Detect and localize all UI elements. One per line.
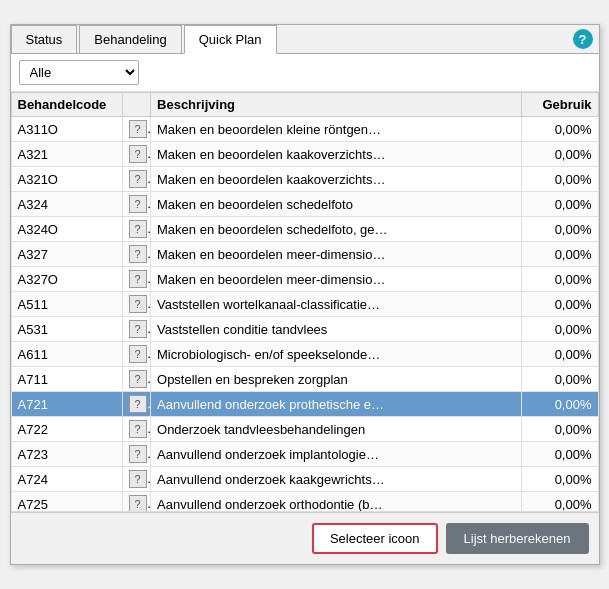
tab-status[interactable]: Status	[11, 25, 78, 53]
question-mark-icon[interactable]: ?	[129, 495, 147, 512]
table-row[interactable]: A721?Aanvullend onderzoek prothetische e…	[11, 392, 598, 417]
cell-description: Maken en beoordelen kaakoverzichts…	[151, 142, 522, 167]
tab-quickplan[interactable]: Quick Plan	[184, 25, 277, 54]
cell-description: Maken en beoordelen kaakoverzichts…	[151, 167, 522, 192]
cell-usage: 0,00%	[522, 417, 598, 442]
question-mark-icon[interactable]: ?	[129, 145, 147, 163]
cell-question-icon[interactable]: ?	[122, 392, 150, 417]
table-row[interactable]: A711?Opstellen en bespreken zorgplan0,00…	[11, 367, 598, 392]
question-mark-icon[interactable]: ?	[129, 345, 147, 363]
question-mark-icon[interactable]: ?	[129, 320, 147, 338]
question-mark-icon[interactable]: ?	[129, 395, 147, 413]
cell-usage: 0,00%	[522, 142, 598, 167]
col-header-desc: Beschrijving	[151, 93, 522, 117]
cell-description: Aanvullend onderzoek orthodontie (b…	[151, 492, 522, 513]
cell-question-icon[interactable]: ?	[122, 492, 150, 513]
cell-description: Maken en beoordelen meer-dimensio…	[151, 242, 522, 267]
cell-question-icon[interactable]: ?	[122, 342, 150, 367]
cell-usage: 0,00%	[522, 442, 598, 467]
cell-usage: 0,00%	[522, 292, 598, 317]
cell-question-icon[interactable]: ?	[122, 317, 150, 342]
question-mark-icon[interactable]: ?	[129, 470, 147, 488]
lijst-herberekenen-button[interactable]: Lijst herberekenen	[446, 523, 589, 554]
footer: Selecteer icoon Lijst herberekenen	[11, 512, 599, 564]
filter-select[interactable]: Alle	[19, 60, 139, 85]
tab-behandeling[interactable]: Behandeling	[79, 25, 181, 53]
cell-code: A324O	[11, 217, 122, 242]
cell-description: Maken en beoordelen schedelfoto, ge…	[151, 217, 522, 242]
cell-description: Onderzoek tandvleesbehandelingen	[151, 417, 522, 442]
table-header-row: Behandelcode Beschrijving Gebruik	[11, 93, 598, 117]
cell-question-icon[interactable]: ?	[122, 467, 150, 492]
tab-bar: Status Behandeling Quick Plan ?	[11, 25, 599, 54]
question-mark-icon[interactable]: ?	[129, 420, 147, 438]
selecteer-icoon-button[interactable]: Selecteer icoon	[312, 523, 438, 554]
cell-usage: 0,00%	[522, 267, 598, 292]
table-row[interactable]: A722?Onderzoek tandvleesbehandelingen0,0…	[11, 417, 598, 442]
cell-description: Maken en beoordelen schedelfoto	[151, 192, 522, 217]
cell-code: A327	[11, 242, 122, 267]
cell-usage: 0,00%	[522, 492, 598, 513]
table-row[interactable]: A324O?Maken en beoordelen schedelfoto, g…	[11, 217, 598, 242]
cell-question-icon[interactable]: ?	[122, 442, 150, 467]
cell-question-icon[interactable]: ?	[122, 292, 150, 317]
question-mark-icon[interactable]: ?	[129, 445, 147, 463]
table-row[interactable]: A725?Aanvullend onderzoek orthodontie (b…	[11, 492, 598, 513]
cell-description: Vaststellen conditie tandvlees	[151, 317, 522, 342]
table-row[interactable]: A321?Maken en beoordelen kaakoverzichts……	[11, 142, 598, 167]
cell-usage: 0,00%	[522, 342, 598, 367]
cell-description: Maken en beoordelen kleine röntgen…	[151, 117, 522, 142]
cell-question-icon[interactable]: ?	[122, 167, 150, 192]
cell-code: A711	[11, 367, 122, 392]
table-row[interactable]: A324?Maken en beoordelen schedelfoto0,00…	[11, 192, 598, 217]
table-row[interactable]: A311O?Maken en beoordelen kleine röntgen…	[11, 117, 598, 142]
cell-question-icon[interactable]: ?	[122, 142, 150, 167]
cell-description: Aanvullend onderzoek kaakgewrichts…	[151, 467, 522, 492]
cell-code: A724	[11, 467, 122, 492]
question-mark-icon[interactable]: ?	[129, 120, 147, 138]
cell-code: A725	[11, 492, 122, 513]
table-row[interactable]: A611?Microbiologisch- en/of speekselonde…	[11, 342, 598, 367]
question-mark-icon[interactable]: ?	[129, 195, 147, 213]
table-row[interactable]: A724?Aanvullend onderzoek kaakgewrichts……	[11, 467, 598, 492]
table-row[interactable]: A321O?Maken en beoordelen kaakoverzichts…	[11, 167, 598, 192]
cell-usage: 0,00%	[522, 467, 598, 492]
cell-usage: 0,00%	[522, 367, 598, 392]
table-row[interactable]: A327O?Maken en beoordelen meer-dimensio……	[11, 267, 598, 292]
cell-description: Aanvullend onderzoek prothetische e…	[151, 392, 522, 417]
question-mark-icon[interactable]: ?	[129, 270, 147, 288]
cell-description: Opstellen en bespreken zorgplan	[151, 367, 522, 392]
help-icon[interactable]: ?	[573, 29, 593, 49]
cell-code: A311O	[11, 117, 122, 142]
filter-row: Alle	[11, 54, 599, 92]
cell-question-icon[interactable]: ?	[122, 117, 150, 142]
cell-description: Vaststellen wortelkanaal-classificatie…	[151, 292, 522, 317]
question-mark-icon[interactable]: ?	[129, 370, 147, 388]
main-window: Status Behandeling Quick Plan ? Alle Beh…	[10, 24, 600, 565]
question-mark-icon[interactable]: ?	[129, 295, 147, 313]
cell-usage: 0,00%	[522, 317, 598, 342]
treatments-table: Behandelcode Beschrijving Gebruik A311O?…	[11, 92, 599, 512]
cell-usage: 0,00%	[522, 242, 598, 267]
cell-description: Microbiologisch- en/of speekselonde…	[151, 342, 522, 367]
question-mark-icon[interactable]: ?	[129, 245, 147, 263]
cell-question-icon[interactable]: ?	[122, 417, 150, 442]
question-mark-icon[interactable]: ?	[129, 220, 147, 238]
cell-question-icon[interactable]: ?	[122, 367, 150, 392]
cell-code: A511	[11, 292, 122, 317]
cell-usage: 0,00%	[522, 192, 598, 217]
cell-usage: 0,00%	[522, 167, 598, 192]
cell-usage: 0,00%	[522, 217, 598, 242]
table-row[interactable]: A511?Vaststellen wortelkanaal-classifica…	[11, 292, 598, 317]
cell-question-icon[interactable]: ?	[122, 242, 150, 267]
table-row[interactable]: A531?Vaststellen conditie tandvlees0,00%	[11, 317, 598, 342]
question-mark-icon[interactable]: ?	[129, 170, 147, 188]
cell-code: A321	[11, 142, 122, 167]
cell-question-icon[interactable]: ?	[122, 217, 150, 242]
table-row[interactable]: A723?Aanvullend onderzoek implantologie……	[11, 442, 598, 467]
cell-question-icon[interactable]: ?	[122, 267, 150, 292]
cell-code: A721	[11, 392, 122, 417]
cell-question-icon[interactable]: ?	[122, 192, 150, 217]
col-header-code: Behandelcode	[11, 93, 122, 117]
table-row[interactable]: A327?Maken en beoordelen meer-dimensio…0…	[11, 242, 598, 267]
